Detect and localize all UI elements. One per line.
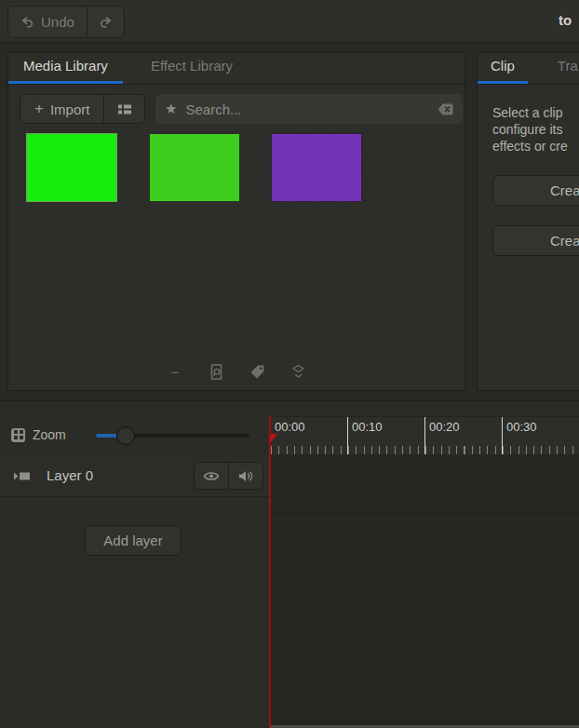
tab-transition[interactable]: Tra	[545, 51, 579, 84]
header-bar: Undo to	[0, 0, 579, 43]
layer-audio-button[interactable]	[229, 463, 263, 489]
undo-icon	[20, 15, 34, 29]
clip-panel-tabrow: Clip Tra	[478, 53, 579, 85]
import-label: Import	[50, 101, 90, 117]
list-view-toggle-button[interactable]	[104, 95, 144, 123]
timeline-track-area[interactable]	[270, 454, 579, 728]
playhead[interactable]	[269, 416, 271, 728]
clip-panel-description: Select a clipconfigure itseffects or cre	[492, 104, 568, 155]
tab-clip[interactable]: Clip	[478, 51, 528, 84]
ruler-segment[interactable]: 00:20	[424, 417, 502, 454]
layer-name: Layer 0	[47, 467, 93, 483]
pitivi-window: { "header": { "undo_label": "Undo", "tit…	[0, 0, 579, 728]
layer-toggle-group	[194, 462, 263, 490]
tab-media-library[interactable]: Media Library	[8, 51, 123, 84]
import-group: + Import	[20, 94, 145, 124]
create-title-clip-button[interactable]: Crea	[492, 175, 579, 206]
track-divider	[271, 513, 579, 514]
import-button[interactable]: + Import	[20, 95, 103, 123]
media-clip-thumbnail[interactable]	[150, 134, 239, 201]
search-entry[interactable]: ★	[155, 94, 463, 124]
layer-row[interactable]: Layer 0	[0, 455, 270, 497]
search-input[interactable]	[185, 101, 438, 117]
ruler-time-label: 00:30	[506, 420, 537, 434]
add-layer-button[interactable]: Add layer	[85, 525, 182, 556]
plus-icon: +	[34, 100, 44, 118]
ruler-segment[interactable]: 00:00	[270, 417, 347, 454]
ruler-segment[interactable]: 00:10	[347, 417, 424, 454]
zoom-control: Zoom	[11, 427, 66, 442]
create-color-clip-button[interactable]: Crea	[492, 225, 579, 256]
zoom-grid-icon	[11, 428, 25, 442]
list-view-icon	[117, 103, 132, 115]
remove-clip-button[interactable]: −	[168, 364, 183, 380]
ruler-time-label: 00:00	[275, 420, 305, 434]
redo-icon	[99, 15, 113, 29]
speaker-icon	[238, 469, 254, 483]
tag-button[interactable]	[249, 364, 265, 380]
clip-properties-panel: Clip Tra Select a clipconfigure itseffec…	[477, 52, 579, 391]
ruler-time-label: 00:20	[429, 420, 460, 434]
eye-icon	[203, 469, 220, 483]
zoom-label: Zoom	[33, 427, 66, 442]
undo-redo-group: Undo	[7, 6, 125, 38]
timeline-section: Zoom 00:0000:1000:2000:3000:40 Layer 0	[0, 400, 579, 728]
search-star-icon: ★	[165, 101, 177, 117]
clip-properties-button[interactable]	[209, 364, 224, 380]
tab-effect-library[interactable]: Effect Library	[136, 51, 248, 84]
tag-icon	[249, 364, 265, 380]
zoom-slider-thumb[interactable]	[116, 426, 135, 445]
media-library-bottom-bar: −	[8, 360, 465, 383]
proxy-settings-button[interactable]	[290, 364, 306, 380]
layer-menu-icon[interactable]	[13, 468, 34, 484]
clear-search-icon[interactable]	[438, 103, 453, 115]
layer-visibility-button[interactable]	[195, 463, 228, 489]
media-library-toolbar: + Import	[20, 94, 145, 124]
playhead-marker-icon[interactable]	[271, 434, 277, 442]
timeline-ruler[interactable]: 00:0000:1000:2000:3000:40	[270, 416, 579, 454]
media-library-panel: Media Library Effect Library + Import	[7, 52, 465, 391]
zoom-slider[interactable]	[96, 426, 249, 445]
redo-button[interactable]	[88, 7, 124, 37]
minus-icon: −	[171, 365, 180, 379]
window-title-fragment: to	[559, 12, 572, 28]
clip-properties-icon	[209, 364, 223, 380]
ruler-segment[interactable]: 00:30	[502, 417, 579, 454]
undo-label: Undo	[41, 14, 74, 30]
media-clip-thumbnail[interactable]	[27, 134, 116, 201]
proxy-settings-icon	[291, 364, 305, 380]
undo-button[interactable]: Undo	[8, 7, 87, 37]
media-clip-thumbnail[interactable]	[272, 134, 361, 201]
media-library-tabrow: Media Library Effect Library	[8, 53, 465, 85]
ruler-time-label: 00:10	[352, 420, 383, 434]
